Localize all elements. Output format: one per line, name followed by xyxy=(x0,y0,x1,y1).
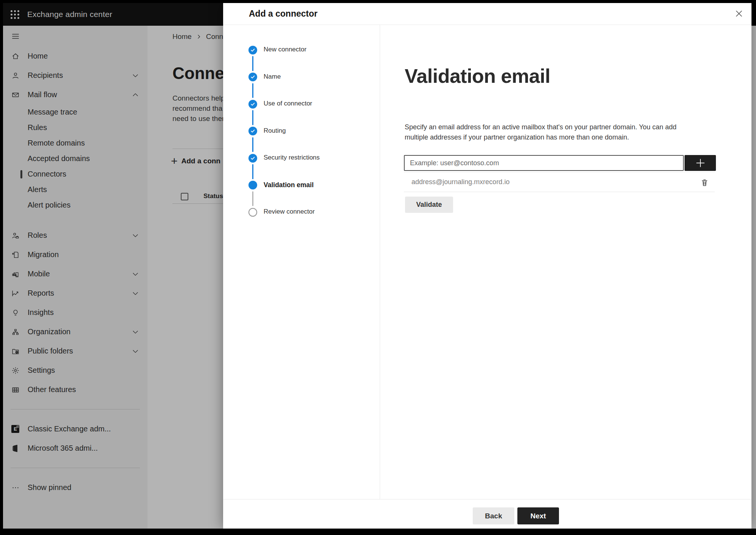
step-connector-line xyxy=(252,110,253,125)
delete-address-icon[interactable] xyxy=(700,178,709,188)
step-description: Specify an email address for an active m… xyxy=(405,122,677,143)
divider xyxy=(223,499,751,499)
step-circle-complete xyxy=(248,154,257,163)
step-circle-complete xyxy=(248,127,257,135)
step-label-validation-email: Validation email xyxy=(264,181,314,189)
next-button[interactable]: Next xyxy=(517,507,559,524)
step-label-routing: Routing xyxy=(264,127,286,135)
step-circle-upcoming xyxy=(248,208,257,217)
step-label-use-of-connector: Use of connector xyxy=(264,100,312,107)
validate-button[interactable]: Validate xyxy=(405,197,453,213)
step-connector-line xyxy=(252,191,253,206)
description-line: Specify an email address for an active m… xyxy=(405,122,677,132)
divider xyxy=(223,25,751,25)
add-address-button[interactable] xyxy=(685,155,716,171)
step-heading: Validation email xyxy=(405,64,550,88)
step-circle-complete xyxy=(248,100,257,109)
close-icon[interactable] xyxy=(731,6,747,21)
step-connector-line xyxy=(252,83,253,98)
validation-email-input[interactable] xyxy=(404,155,684,171)
address-value: address@journaling.mxrecord.io xyxy=(411,178,509,186)
dialog-title: Add a connector xyxy=(249,9,317,19)
step-label-review-connector: Review connector xyxy=(264,208,315,216)
add-connector-dialog: Add a connector New connectorNameUse of … xyxy=(223,3,751,529)
divider xyxy=(380,25,380,499)
step-label-name: Name xyxy=(264,73,281,81)
step-label-new-connector: New connector xyxy=(264,46,306,53)
address-row: address@journaling.mxrecord.io xyxy=(404,172,715,192)
step-connector-line xyxy=(252,164,253,179)
description-line: multiple addresses if your partner organ… xyxy=(405,132,677,143)
step-circle-complete xyxy=(248,46,257,54)
step-connector-line xyxy=(252,137,253,152)
step-circle-current xyxy=(248,181,257,189)
step-circle-complete xyxy=(248,73,257,81)
step-connector-line xyxy=(252,56,253,71)
address-list: address@journaling.mxrecord.io xyxy=(404,172,715,192)
back-button[interactable]: Back xyxy=(473,507,514,524)
screen: Exchange admin center HomeRecipientsMail… xyxy=(0,0,756,535)
step-label-security-restrictions: Security restrictions xyxy=(264,154,320,161)
